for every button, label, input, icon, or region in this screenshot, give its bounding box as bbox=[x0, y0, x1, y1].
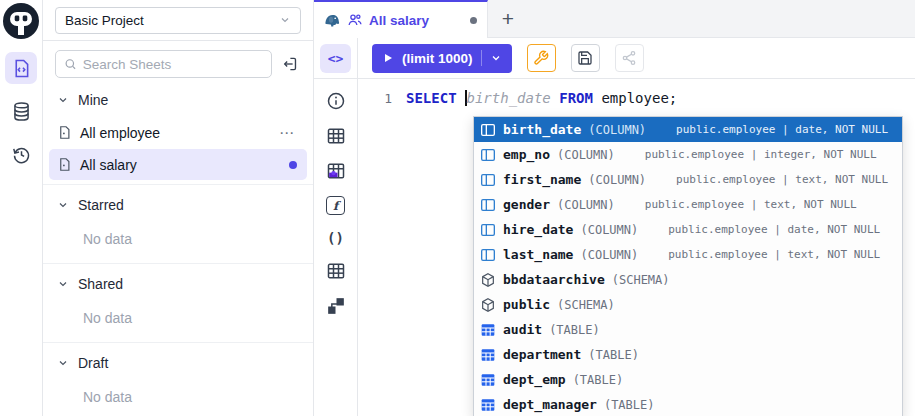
share-sheet-button[interactable] bbox=[615, 44, 644, 72]
item-kind: (SCHEMA) bbox=[612, 273, 670, 287]
item-kind: (TABLE) bbox=[573, 373, 624, 387]
more-icon[interactable]: ⋯ bbox=[275, 124, 299, 142]
search-box[interactable] bbox=[55, 50, 272, 78]
column-icon bbox=[480, 122, 496, 138]
section-label: Mine bbox=[78, 92, 108, 108]
item-kind: (COLUMN) bbox=[588, 123, 646, 137]
bytebase-logo-icon[interactable] bbox=[3, 3, 39, 39]
rail-sheets-button[interactable] bbox=[5, 52, 37, 84]
project-selector-value: Basic Project bbox=[65, 13, 279, 28]
strip-icons: f () bbox=[326, 79, 346, 316]
item-name: last_name bbox=[503, 247, 573, 262]
tab-bar: All salary + bbox=[314, 0, 915, 38]
team-icon bbox=[347, 12, 363, 28]
sheet-item-all-employee[interactable]: All employee ⋯ bbox=[49, 117, 307, 148]
rail-databases-button[interactable] bbox=[5, 95, 37, 127]
sheet-item-label: All salary bbox=[80, 157, 289, 173]
postgresql-icon bbox=[324, 12, 341, 29]
autocomplete-item[interactable]: hire_date (COLUMN) public.employee | dat… bbox=[474, 217, 902, 242]
table-data-icon[interactable] bbox=[326, 161, 346, 181]
import-icon bbox=[281, 55, 299, 73]
section-draft[interactable]: Draft bbox=[43, 347, 313, 379]
autocomplete-item[interactable]: emp_no (COLUMN) public.employee | intege… bbox=[474, 142, 902, 167]
share-icon bbox=[621, 50, 637, 66]
search-icon bbox=[64, 57, 77, 71]
history-icon bbox=[11, 144, 32, 165]
item-name: department bbox=[503, 347, 581, 362]
function-icon[interactable]: f bbox=[326, 196, 345, 215]
chevron-down-icon bbox=[57, 94, 69, 106]
item-name: first_name bbox=[503, 172, 581, 187]
autocomplete-item[interactable]: last_name (COLUMN) public.employee | tex… bbox=[474, 242, 902, 267]
save-icon bbox=[577, 50, 593, 66]
empty-placeholder: No data bbox=[43, 300, 313, 338]
import-sheet-button[interactable] bbox=[277, 51, 303, 77]
ghost-suggestion: birth_date bbox=[467, 90, 551, 106]
autocomplete-item[interactable]: dept_manager (TABLE) bbox=[474, 392, 902, 416]
tab-unsaved-dot bbox=[470, 17, 477, 24]
column-icon bbox=[480, 172, 496, 188]
run-button-label: (limit 1000) bbox=[402, 51, 473, 66]
rail-history-button[interactable] bbox=[5, 138, 37, 170]
code-text: SELECT birth_date FROM employee; bbox=[406, 90, 677, 106]
info-icon[interactable] bbox=[326, 91, 346, 111]
autocomplete-popup: birth_date (COLUMN) public.employee | da… bbox=[473, 116, 903, 416]
autocomplete-item[interactable]: gender (COLUMN) public.employee | text, … bbox=[474, 192, 902, 217]
autocomplete-item[interactable]: public (SCHEMA) bbox=[474, 292, 902, 317]
sheet-item-all-salary[interactable]: All salary bbox=[49, 149, 307, 180]
item-name: audit bbox=[503, 322, 542, 337]
chevron-down-icon bbox=[57, 199, 69, 211]
code-panel-button[interactable]: <> bbox=[320, 44, 351, 73]
autocomplete-item[interactable]: bbdataarchive (SCHEMA) bbox=[474, 267, 902, 292]
section-shared[interactable]: Shared bbox=[43, 268, 313, 300]
autocomplete-item[interactable]: department (TABLE) bbox=[474, 342, 902, 367]
item-kind: (COLUMN) bbox=[588, 173, 646, 187]
autocomplete-item[interactable]: audit (TABLE) bbox=[474, 317, 902, 342]
sheet-icon bbox=[57, 125, 72, 140]
panel-icon-strip: <> f () bbox=[314, 38, 358, 416]
autocomplete-item[interactable]: first_name (COLUMN) public.employee | te… bbox=[474, 167, 902, 192]
item-kind: (COLUMN) bbox=[557, 148, 615, 162]
chevron-down-icon[interactable] bbox=[490, 52, 502, 64]
tab-label: All salary bbox=[369, 13, 464, 28]
section-label: Draft bbox=[78, 355, 108, 371]
table-icon bbox=[480, 322, 496, 338]
table-icon[interactable] bbox=[326, 126, 346, 146]
column-icon bbox=[480, 247, 496, 263]
sheet-code-icon bbox=[11, 58, 32, 79]
item-detail: public.employee | date, NOT NULL bbox=[668, 223, 880, 236]
wrench-icon bbox=[533, 50, 549, 66]
section-starred[interactable]: Starred bbox=[43, 189, 313, 221]
table-icon bbox=[480, 347, 496, 363]
autocomplete-item[interactable]: dept_emp (TABLE) bbox=[474, 367, 902, 392]
external-table-icon[interactable] bbox=[326, 261, 346, 281]
item-detail: public.employee | text, NOT NULL bbox=[645, 198, 857, 211]
schema-icon bbox=[480, 272, 496, 288]
play-icon bbox=[382, 52, 394, 64]
new-tab-button[interactable]: + bbox=[488, 0, 528, 37]
tab-all-salary[interactable]: All salary bbox=[314, 0, 488, 38]
chevron-down-icon bbox=[279, 14, 291, 26]
sheet-tree: Mine All employee ⋯ All salary Starred bbox=[43, 84, 313, 416]
item-name: hire_date bbox=[503, 222, 573, 237]
item-name: birth_date bbox=[503, 122, 581, 137]
item-detail: public.employee | integer, NOT NULL bbox=[645, 148, 877, 161]
project-row: Basic Project bbox=[43, 0, 313, 41]
chevron-down-icon bbox=[57, 357, 69, 369]
format-sql-button[interactable] bbox=[527, 44, 556, 72]
item-name: public bbox=[503, 297, 550, 312]
search-sheets-input[interactable] bbox=[83, 57, 263, 72]
run-query-button[interactable]: (limit 1000) bbox=[372, 44, 512, 73]
item-detail: public.employee | text, NOT NULL bbox=[668, 248, 880, 261]
er-diagram-icon[interactable] bbox=[326, 296, 346, 316]
chevron-down-icon bbox=[57, 278, 69, 290]
table-icon bbox=[480, 397, 496, 413]
item-name: gender bbox=[503, 197, 550, 212]
autocomplete-item[interactable]: birth_date (COLUMN) public.employee | da… bbox=[474, 117, 902, 142]
project-selector[interactable]: Basic Project bbox=[55, 7, 301, 34]
section-mine[interactable]: Mine bbox=[43, 84, 313, 116]
parentheses-icon[interactable]: () bbox=[327, 230, 344, 246]
strip-top: <> bbox=[314, 38, 357, 79]
unsaved-dot bbox=[289, 161, 297, 169]
save-sheet-button[interactable] bbox=[571, 44, 600, 72]
